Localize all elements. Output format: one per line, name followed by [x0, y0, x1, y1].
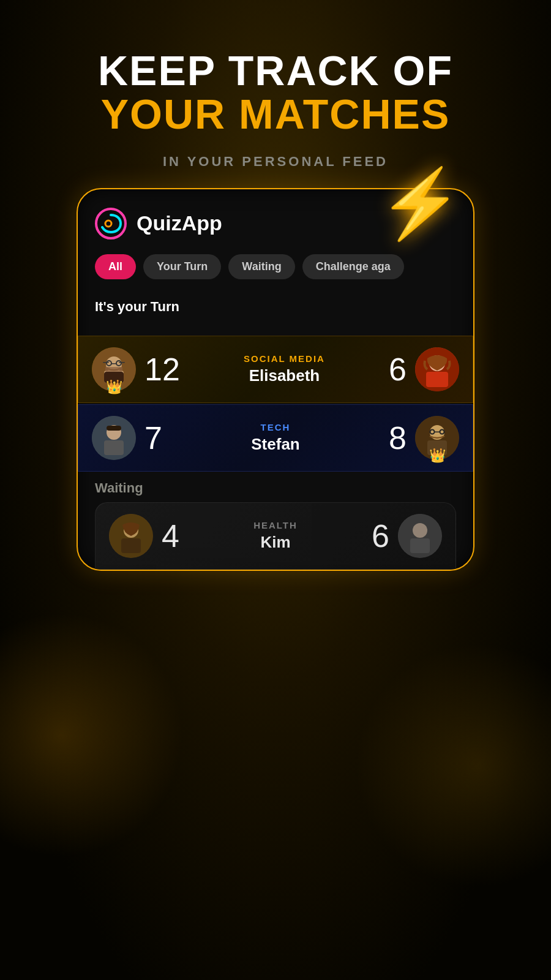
main-content: KEEP TRACK OF YOUR MATCHES IN YOUR PERSO…: [0, 0, 551, 980]
tab-all[interactable]: All: [95, 254, 136, 279]
score-right-stefan: 8: [389, 420, 407, 456]
opponent-stefan: Stefan: [251, 435, 299, 454]
avatar-wrap-right-kim: [398, 514, 442, 558]
tab-challenge[interactable]: Challenge aga: [302, 254, 404, 279]
player-left-stefan: 7: [92, 416, 162, 460]
avatar-right-elisabeth: [415, 347, 459, 391]
svg-point-1: [105, 221, 111, 227]
svg-rect-8: [111, 363, 116, 364]
avatar-wrap-left: 👑: [92, 347, 136, 391]
headline-line2: YOUR MATCHES: [98, 92, 453, 136]
avatar-right-kim: [398, 514, 442, 558]
player-left-kim: 4: [109, 514, 179, 558]
avatar-wrap-right-elisabeth: [415, 347, 459, 391]
match-center-elisabeth: SOCIAL MEDIA Elisabeth: [180, 353, 389, 385]
your-turn-section-label: It's your Turn: [95, 293, 456, 323]
score-left-kim: 4: [162, 518, 179, 554]
app-logo-icon: [95, 208, 127, 239]
category-stefan: TECH: [261, 422, 291, 432]
svg-rect-27: [121, 538, 141, 553]
player-right-stefan: 8: [389, 416, 459, 460]
player-right-kim: 6: [372, 514, 442, 558]
avatar-left-stefan: [92, 416, 136, 460]
opponent-kim: Kim: [260, 533, 290, 552]
match-card-kim[interactable]: 4 HEALTH Kim 6: [95, 502, 456, 570]
app-name: QuizApp: [137, 211, 222, 235]
waiting-section-label: Waiting: [78, 472, 473, 502]
crown-right-stefan: 👑: [429, 449, 446, 462]
svg-rect-17: [104, 440, 124, 455]
avatar-wrap-right-stefan: 👑: [415, 416, 459, 460]
svg-point-29: [413, 523, 427, 538]
tab-your-turn[interactable]: Your Turn: [143, 254, 221, 279]
avatar-stefan-left-img: [92, 416, 136, 460]
score-right-elisabeth: 6: [389, 351, 407, 388]
category-elisabeth: SOCIAL MEDIA: [244, 353, 325, 364]
avatar-kim-left-img: [109, 514, 153, 558]
avatar-right-img: [415, 347, 459, 391]
match-center-stefan: TECH Stefan: [162, 422, 389, 454]
svg-rect-9: [103, 362, 109, 363]
svg-rect-11: [105, 367, 122, 372]
svg-rect-24: [435, 431, 440, 432]
filter-tabs: All Your Turn Waiting Challenge aga: [95, 254, 456, 279]
score-left-stefan: 7: [144, 420, 162, 456]
phone-frame: QuizApp All Your Turn Waiting Challenge …: [77, 188, 474, 571]
avatar-wrap-left-stefan: [92, 416, 136, 460]
match-card-elisabeth[interactable]: 👑 12 SOCIAL MEDIA Elisabeth 6: [78, 336, 473, 403]
svg-rect-14: [426, 372, 448, 387]
category-kim: HEALTH: [253, 520, 298, 530]
crown-left-elisabeth: 👑: [106, 380, 122, 394]
avatar-kim-right-img: [398, 514, 442, 558]
opponent-elisabeth: Elisabeth: [249, 366, 320, 385]
score-left-elisabeth: 12: [144, 351, 180, 388]
svg-rect-18: [107, 426, 121, 431]
match-card-stefan[interactable]: 7 TECH Stefan 8: [78, 404, 473, 472]
headline-line1: KEEP TRACK OF: [98, 49, 453, 92]
player-left-elisabeth: 👑 12: [92, 347, 180, 391]
lightning-icon: ⚡: [378, 170, 462, 237]
match-center-kim: HEALTH Kim: [179, 520, 372, 552]
svg-rect-30: [410, 538, 430, 553]
svg-rect-10: [119, 362, 125, 363]
player-right-elisabeth: 6: [389, 347, 459, 391]
headline-section: KEEP TRACK OF YOUR MATCHES IN YOUR PERSO…: [98, 49, 453, 170]
avatar-wrap-left-kim: [109, 514, 153, 558]
score-right-kim: 6: [372, 518, 389, 554]
avatar-left-kim: [109, 514, 153, 558]
tab-waiting[interactable]: Waiting: [228, 254, 294, 279]
phone-wrapper: ⚡: [77, 188, 474, 571]
